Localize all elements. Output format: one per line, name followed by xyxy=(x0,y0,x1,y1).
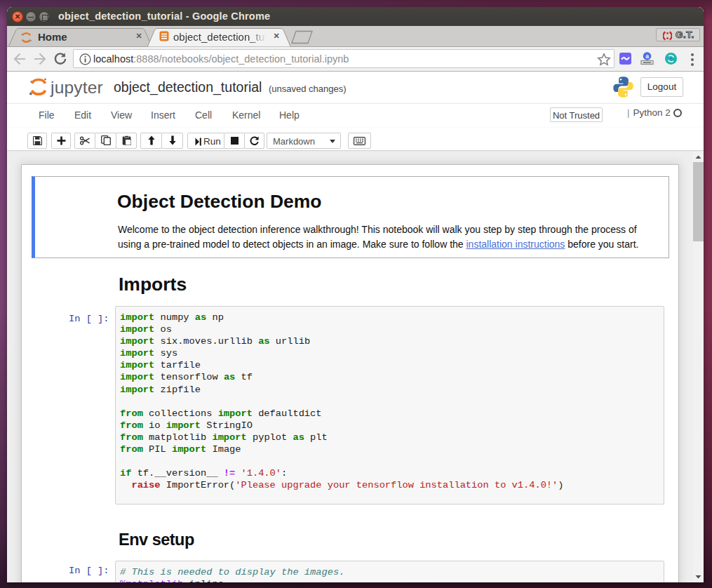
svg-text:a: a xyxy=(645,53,649,60)
